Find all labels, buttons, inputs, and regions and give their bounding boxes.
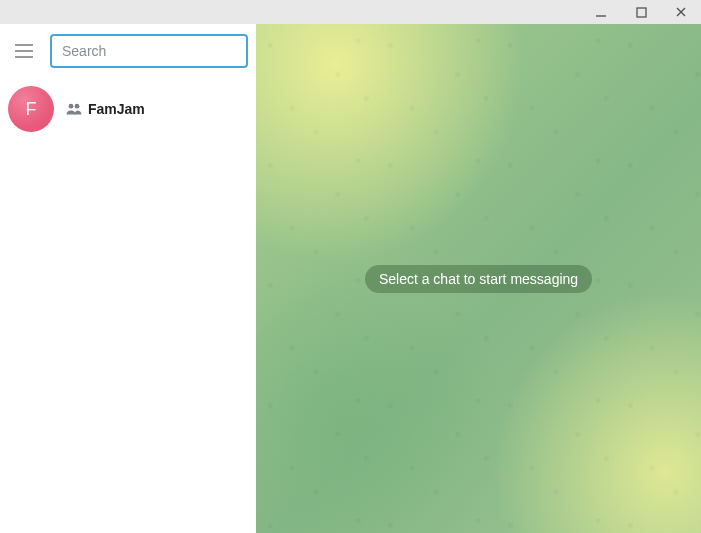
avatar-letter: F (26, 99, 37, 120)
app-body: F FamJam (0, 24, 701, 533)
svg-point-7 (69, 104, 74, 109)
sidebar-header (0, 24, 256, 78)
chat-list-item[interactable]: F FamJam (0, 78, 256, 140)
hamburger-icon (14, 43, 34, 59)
window-close-button[interactable] (667, 2, 695, 22)
maximize-icon (636, 7, 647, 18)
group-icon (66, 103, 82, 115)
app-window: F FamJam (0, 0, 701, 533)
titlebar (0, 0, 701, 24)
svg-rect-1 (637, 8, 646, 17)
chat-area: Select a chat to start messaging (256, 24, 701, 533)
chat-item-name: FamJam (88, 101, 145, 117)
window-minimize-button[interactable] (587, 2, 615, 22)
svg-point-8 (75, 104, 80, 109)
sidebar: F FamJam (0, 24, 256, 533)
window-maximize-button[interactable] (627, 2, 655, 22)
minimize-icon (595, 6, 607, 18)
search-input[interactable] (50, 34, 248, 68)
chat-item-meta: FamJam (66, 101, 145, 117)
empty-state-message: Select a chat to start messaging (365, 265, 592, 293)
search-wrap (50, 34, 248, 68)
close-icon (675, 6, 687, 18)
chat-list: F FamJam (0, 78, 256, 533)
menu-button[interactable] (8, 35, 40, 67)
avatar: F (8, 86, 54, 132)
